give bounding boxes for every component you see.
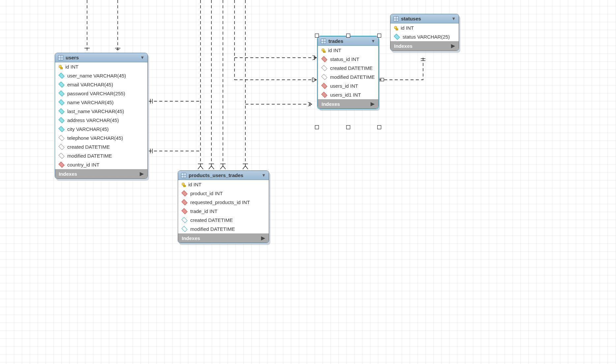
resize-handle[interactable] xyxy=(315,125,319,129)
entity-header[interactable]: trades ▼ xyxy=(318,37,378,46)
column-label: address VARCHAR(45) xyxy=(67,117,119,123)
indexes-section[interactable]: Indexes▶ xyxy=(318,99,378,108)
fk-icon xyxy=(321,56,327,62)
column-row[interactable]: created DATETIME xyxy=(178,216,269,225)
column-row[interactable]: modified DATETIME xyxy=(178,225,269,233)
svg-line-27 xyxy=(313,58,317,60)
indexes-section[interactable]: Indexes▶ xyxy=(178,233,269,243)
entity-users[interactable]: users ▼ id INT user_name VARCHAR(45) ema… xyxy=(55,53,148,179)
entity-title: trades xyxy=(328,38,369,44)
column-row[interactable]: product_id INT xyxy=(178,189,269,198)
column-label: email VARCHAR(45) xyxy=(67,82,113,87)
pk-icon xyxy=(58,65,63,69)
entity-title: statuses xyxy=(401,16,449,21)
column-label: created DATETIME xyxy=(190,217,233,223)
column-row[interactable]: status_id INT xyxy=(318,55,378,64)
column-row[interactable]: status VARCHAR(25) xyxy=(390,32,459,41)
column-label: modified DATETIME xyxy=(330,74,375,80)
resize-handle[interactable] xyxy=(377,125,381,129)
column-icon xyxy=(321,65,327,71)
column-row[interactable]: id INT xyxy=(55,62,147,71)
column-row[interactable]: country_id INT xyxy=(55,160,147,169)
column-row[interactable]: created DATETIME xyxy=(318,64,378,73)
column-row[interactable]: name VARCHAR(45) xyxy=(55,98,147,107)
entity-title: users xyxy=(66,55,138,60)
column-row[interactable]: user_name VARCHAR(45) xyxy=(55,71,147,80)
column-icon xyxy=(181,217,187,223)
svg-line-21 xyxy=(223,166,226,169)
column-row[interactable]: users_id1 INT xyxy=(318,90,378,99)
column-row[interactable]: telephone VARCHAR(45) xyxy=(55,134,147,142)
column-row[interactable]: users_id INT xyxy=(318,81,378,90)
column-row[interactable]: modified DATETIME xyxy=(55,151,147,160)
column-label: country_id INT xyxy=(67,162,100,167)
entity-header[interactable]: products_users_trades ▼ xyxy=(178,171,269,180)
svg-line-29 xyxy=(313,77,317,80)
column-row[interactable]: created DATETIME xyxy=(55,142,147,151)
column-label: name VARCHAR(45) xyxy=(67,100,114,105)
column-label: users_id1 INT xyxy=(330,92,361,98)
expand-icon: ▶ xyxy=(371,101,375,107)
column-label: id INT xyxy=(188,182,201,187)
column-row[interactable]: email VARCHAR(45) xyxy=(55,80,147,89)
fk-icon xyxy=(321,83,327,89)
column-label: created DATETIME xyxy=(330,65,373,71)
column-list: id INT product_id INT requested_products… xyxy=(178,180,269,233)
column-icon xyxy=(58,90,64,96)
svg-line-15 xyxy=(200,166,203,169)
entity-trades[interactable]: trades ▼ id INT status_id INT created DA… xyxy=(318,36,379,109)
column-icon xyxy=(321,74,327,80)
collapse-icon[interactable]: ▼ xyxy=(262,173,266,178)
entity-header[interactable]: users ▼ xyxy=(55,53,147,62)
entity-products-users-trades[interactable]: products_users_trades ▼ id INT product_i… xyxy=(178,170,269,243)
column-icon xyxy=(58,81,64,87)
column-row[interactable]: password VARCHAR(255) xyxy=(55,89,147,98)
column-label: id INT xyxy=(328,47,341,53)
svg-line-24 xyxy=(245,166,248,169)
column-row[interactable]: requested_products_id INT xyxy=(178,198,269,207)
pk-icon xyxy=(181,182,186,187)
column-label: trade_id INT xyxy=(190,208,218,214)
entity-statuses[interactable]: statuses ▼ id INT status VARCHAR(25) Ind… xyxy=(390,14,459,51)
column-row[interactable]: id INT xyxy=(318,46,378,55)
column-label: users_id INT xyxy=(330,83,358,89)
resize-handle[interactable] xyxy=(346,125,350,129)
column-label: status VARCHAR(25) xyxy=(403,34,450,40)
column-icon xyxy=(58,144,64,150)
collapse-icon[interactable]: ▼ xyxy=(451,16,456,21)
indexes-section[interactable]: Indexes▶ xyxy=(390,41,459,50)
column-icon xyxy=(58,135,64,141)
column-label: password VARCHAR(255) xyxy=(67,91,125,96)
svg-line-32 xyxy=(308,102,312,104)
expand-icon: ▶ xyxy=(451,43,455,49)
column-row[interactable]: city VARCHAR(45) xyxy=(55,125,147,134)
column-label: last_name VARCHAR(45) xyxy=(67,108,124,114)
column-row[interactable]: last_name VARCHAR(45) xyxy=(55,107,147,116)
fk-icon xyxy=(58,162,64,167)
collapse-icon[interactable]: ▼ xyxy=(371,39,375,44)
collapse-icon[interactable]: ▼ xyxy=(140,55,144,60)
indexes-label: Indexes xyxy=(182,235,200,241)
fk-icon xyxy=(181,199,187,205)
fk-icon xyxy=(321,92,327,98)
entity-title: products_users_trades xyxy=(189,172,259,178)
indexes-section[interactable]: Indexes▶ xyxy=(55,169,147,178)
svg-line-23 xyxy=(243,166,245,169)
column-row[interactable]: id INT xyxy=(178,180,269,189)
column-row[interactable]: id INT xyxy=(390,23,459,32)
column-label: city VARCHAR(45) xyxy=(67,126,109,132)
svg-line-33 xyxy=(308,104,312,106)
svg-line-18 xyxy=(211,166,214,169)
column-row[interactable]: address VARCHAR(45) xyxy=(55,116,147,125)
column-label: telephone VARCHAR(45) xyxy=(67,135,123,141)
fk-icon xyxy=(181,208,187,214)
column-icon xyxy=(181,226,187,232)
column-row[interactable]: modified DATETIME xyxy=(318,73,378,81)
column-label: user_name VARCHAR(45) xyxy=(67,73,126,78)
svg-line-20 xyxy=(220,166,223,169)
entity-header[interactable]: statuses ▼ xyxy=(390,14,459,23)
column-row[interactable]: trade_id INT xyxy=(178,207,269,216)
pk-icon xyxy=(394,26,398,30)
table-icon xyxy=(181,173,186,178)
column-label: created DATETIME xyxy=(67,144,110,150)
